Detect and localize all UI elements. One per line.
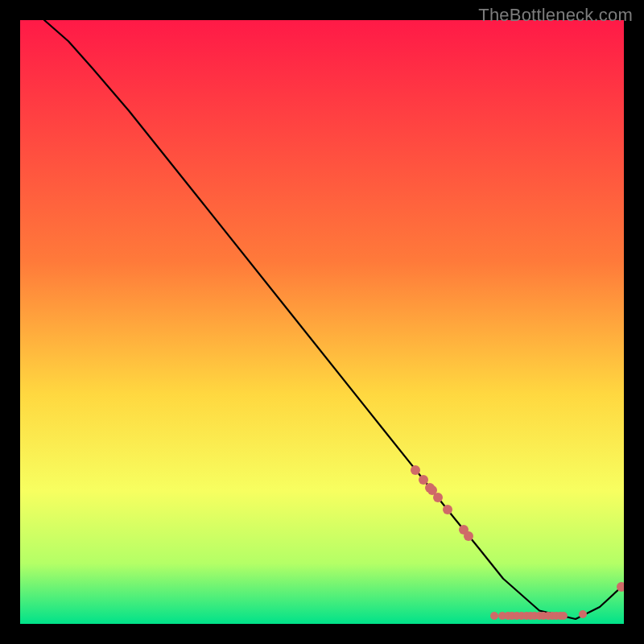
chart-stage: TheBottleneck.com [0,0,644,644]
frame-left [0,0,20,644]
data-dot [464,531,473,541]
data-dot [433,493,443,502]
frame-right [624,0,644,644]
plot-area [20,20,624,624]
frame-bottom [0,624,644,644]
data-dot [490,612,498,620]
watermark-label: TheBottleneck.com [478,5,633,26]
data-dot [559,612,568,620]
data-dot [411,465,420,475]
bottleneck-curve [20,20,624,624]
data-dot [443,505,452,514]
data-dot [579,610,587,618]
